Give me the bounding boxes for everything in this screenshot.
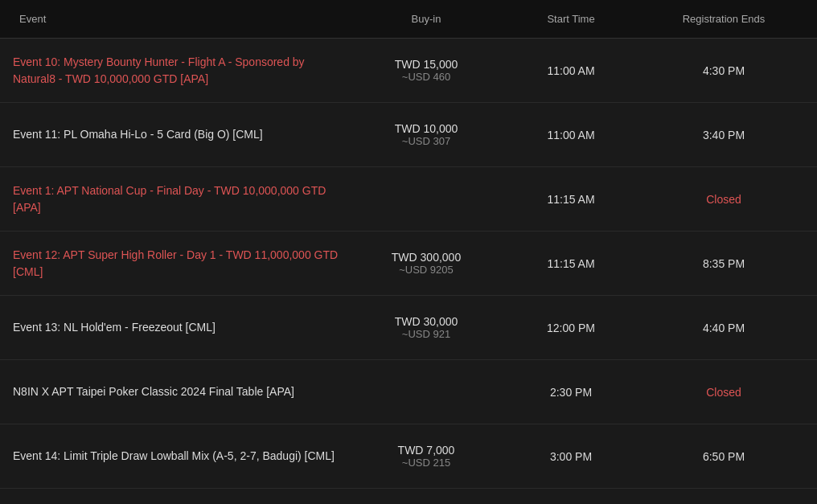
buyin-cell: TWD 7,000 ~USD 215 xyxy=(354,444,499,469)
buyin-primary: TWD 300,000 xyxy=(354,251,499,264)
table-row[interactable]: Event 14: Limit Triple Draw Lowball Mix … xyxy=(0,424,817,489)
event-name: Event 13: NL Hold'em - Freezeout [CML] xyxy=(13,319,354,336)
table-row[interactable]: N8IN X APT Taipei Poker Classic 2024 Fin… xyxy=(0,360,817,424)
start-time: 11:15 AM xyxy=(499,257,643,270)
buyin-secondary: ~USD 9205 xyxy=(354,264,499,276)
table-body: Event 10: Mystery Bounty Hunter - Flight… xyxy=(0,39,817,489)
buyin-secondary: ~USD 460 xyxy=(354,71,499,83)
buyin-cell: TWD 30,000 ~USD 921 xyxy=(354,315,499,340)
start-time: 2:30 PM xyxy=(499,386,643,399)
start-time: 11:00 AM xyxy=(499,64,643,77)
buyin-cell: TWD 10,000 ~USD 307 xyxy=(354,122,499,147)
event-name: Event 11: PL Omaha Hi-Lo - 5 Card (Big O… xyxy=(13,126,354,143)
buyin-cell: TWD 300,000 ~USD 9205 xyxy=(354,251,499,276)
buyin-primary: TWD 7,000 xyxy=(354,444,499,457)
table-row[interactable]: Event 10: Mystery Bounty Hunter - Flight… xyxy=(0,39,817,103)
table-row[interactable]: Event 13: NL Hold'em - Freezeout [CML] T… xyxy=(0,296,817,360)
reg-ends: Closed xyxy=(643,386,804,399)
reg-ends: 8:35 PM xyxy=(643,257,804,270)
start-time: 11:00 AM xyxy=(499,129,643,141)
start-time: 3:00 PM xyxy=(499,450,643,463)
header-start-time: Start Time xyxy=(499,10,643,28)
header-event: Event xyxy=(13,10,354,28)
table-row[interactable]: Event 11: PL Omaha Hi-Lo - 5 Card (Big O… xyxy=(0,103,817,167)
header-reg-ends: Registration Ends xyxy=(643,10,804,28)
reg-ends: Closed xyxy=(643,193,804,206)
buyin-primary: TWD 30,000 xyxy=(354,315,499,328)
reg-ends: 4:30 PM xyxy=(643,64,804,77)
buyin-cell: TWD 15,000 ~USD 460 xyxy=(354,58,499,83)
reg-ends: 4:40 PM xyxy=(643,322,804,334)
event-name: Event 10: Mystery Bounty Hunter - Flight… xyxy=(13,54,354,88)
event-name: Event 1: APT National Cup - Final Day - … xyxy=(13,182,354,216)
buyin-secondary: ~USD 921 xyxy=(354,328,499,340)
buyin-secondary: ~USD 307 xyxy=(354,135,499,147)
buyin-primary: TWD 15,000 xyxy=(354,58,499,71)
header-buyin: Buy-in xyxy=(354,10,499,28)
buyin-secondary: ~USD 215 xyxy=(354,457,499,469)
table-row[interactable]: Event 1: APT National Cup - Final Day - … xyxy=(0,167,817,232)
table-row[interactable]: Event 12: APT Super High Roller - Day 1 … xyxy=(0,232,817,296)
events-table: Event Buy-in Start Time Registration End… xyxy=(0,0,817,489)
reg-ends: 3:40 PM xyxy=(643,129,804,141)
event-name: N8IN X APT Taipei Poker Classic 2024 Fin… xyxy=(13,383,354,400)
event-name: Event 12: APT Super High Roller - Day 1 … xyxy=(13,247,354,281)
buyin-primary: TWD 10,000 xyxy=(354,122,499,135)
start-time: 11:15 AM xyxy=(499,193,643,206)
start-time: 12:00 PM xyxy=(499,322,643,334)
table-header: Event Buy-in Start Time Registration End… xyxy=(0,0,817,39)
event-name: Event 14: Limit Triple Draw Lowball Mix … xyxy=(13,448,354,465)
reg-ends: 6:50 PM xyxy=(643,450,804,463)
